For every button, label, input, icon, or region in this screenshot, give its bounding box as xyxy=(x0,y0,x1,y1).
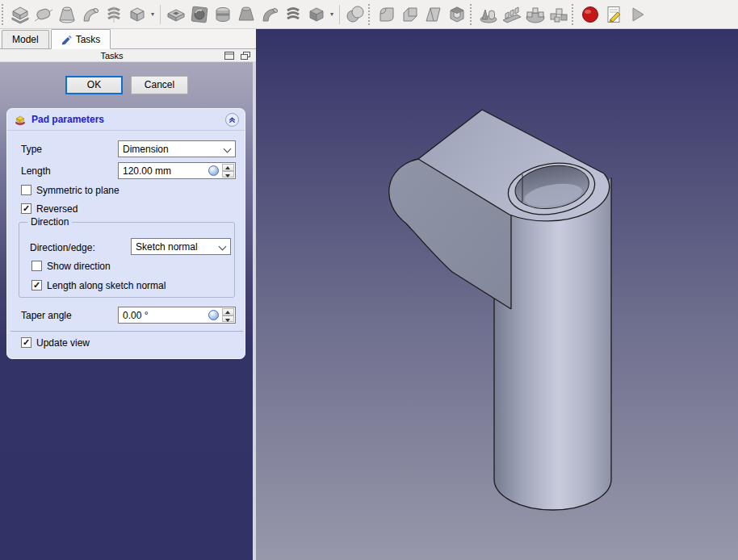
primitive-box-button[interactable] xyxy=(125,2,149,26)
dock-panel-icon[interactable] xyxy=(224,51,235,61)
update-view-checkbox[interactable] xyxy=(21,337,31,348)
spin-up-button[interactable] xyxy=(222,308,234,316)
toolbar-macro xyxy=(570,0,648,28)
pad-button[interactable] xyxy=(8,2,31,26)
additive-helix-button[interactable] xyxy=(102,2,125,26)
symmetric-to-plane-label: Symmetric to plane xyxy=(36,185,120,196)
pad-parameters-header: Pad parameters xyxy=(7,109,245,131)
length-along-sketch-normal-label: Length along sketch normal xyxy=(47,280,166,291)
mirrored-icon xyxy=(478,4,499,25)
float-panel-icon[interactable] xyxy=(240,51,251,61)
type-combobox[interactable]: Dimension xyxy=(118,140,236,157)
spin-down-button[interactable] xyxy=(222,316,234,323)
pocket-button[interactable] xyxy=(164,2,187,26)
toolbar-separator xyxy=(160,5,161,24)
draft-icon xyxy=(423,4,444,25)
pad-icon xyxy=(14,113,27,126)
show-direction-checkbox[interactable] xyxy=(31,261,42,271)
mirrored-button[interactable] xyxy=(476,2,500,26)
length-value: 120.00 mm xyxy=(123,165,171,177)
hole-icon xyxy=(189,4,210,25)
subtractive-pipe-button[interactable] xyxy=(258,2,281,26)
linear-pattern-icon xyxy=(501,4,522,25)
hole-button[interactable] xyxy=(187,2,211,26)
cancel-button[interactable]: Cancel xyxy=(131,76,188,94)
polar-pattern-button[interactable] xyxy=(523,2,547,26)
toolbar-grip[interactable] xyxy=(2,4,6,25)
combo-view-tabs: Model Tasks xyxy=(0,29,256,49)
symmetric-to-plane-checkbox[interactable] xyxy=(21,185,31,195)
macro-play-button[interactable] xyxy=(625,2,648,26)
toolbar-transformation xyxy=(468,0,570,28)
toolbar-grip[interactable] xyxy=(572,4,577,25)
spin-up-button[interactable] xyxy=(222,164,234,171)
spin-down-button[interactable] xyxy=(222,171,234,178)
pocket-icon xyxy=(166,4,187,25)
tab-tasks[interactable]: Tasks xyxy=(51,29,111,49)
ok-button[interactable]: OK xyxy=(65,76,123,94)
direction-groupbox: Direction Direction/edge: Sketch normal … xyxy=(19,222,235,298)
toolbar-grip[interactable] xyxy=(470,4,475,25)
additive-pipe-icon xyxy=(80,4,101,25)
direction-edge-combobox[interactable]: Sketch normal xyxy=(131,238,231,255)
primitive-box-dropdown-arrow[interactable]: ▾ xyxy=(149,2,157,26)
separator-line xyxy=(10,331,243,332)
boolean-icon xyxy=(345,4,366,25)
subtractive-loft-button[interactable] xyxy=(234,2,258,26)
combo-view-panel: Model Tasks Tasks OK Cancel xyxy=(0,29,256,560)
thickness-button[interactable] xyxy=(445,2,468,26)
direction-group-title: Direction xyxy=(27,216,72,228)
chamfer-button[interactable] xyxy=(398,2,421,26)
multitransform-icon xyxy=(548,4,569,25)
expression-editor-icon[interactable] xyxy=(208,310,219,320)
tab-model[interactable]: Model xyxy=(2,30,49,48)
primitive-box-icon xyxy=(127,4,148,25)
chamfer-icon xyxy=(400,4,421,25)
macro-play-icon xyxy=(627,4,648,25)
linear-pattern-button[interactable] xyxy=(500,2,523,26)
length-spinbox[interactable]: 120.00 mm xyxy=(118,162,236,179)
subtractive-helix-icon xyxy=(283,4,304,25)
thickness-icon xyxy=(447,4,468,25)
update-view-label: Update view xyxy=(36,337,90,349)
subtractive-box-dropdown-arrow[interactable]: ▾ xyxy=(328,2,336,26)
direction-edge-label: Direction/edge: xyxy=(30,242,95,253)
freecad-window: ▾ ▾ Model xyxy=(0,0,738,560)
groove-button[interactable] xyxy=(211,2,234,26)
revolution-button[interactable] xyxy=(31,2,55,26)
additive-loft-button[interactable] xyxy=(55,2,78,26)
boolean-button[interactable] xyxy=(343,2,367,26)
macro-record-button[interactable] xyxy=(578,2,602,26)
draft-button[interactable] xyxy=(421,2,445,26)
subtractive-box-button[interactable] xyxy=(304,2,328,26)
additive-pipe-button[interactable] xyxy=(78,2,102,26)
3d-model-pad-cylinder xyxy=(256,29,738,560)
toolbar-part-design-modeling: ▾ ▾ xyxy=(0,0,367,28)
3d-viewport[interactable] xyxy=(256,29,738,560)
tab-tasks-label: Tasks xyxy=(76,34,101,45)
pad-icon xyxy=(10,4,31,25)
fillet-icon xyxy=(376,4,397,25)
collapse-section-button[interactable] xyxy=(225,113,239,127)
length-along-sketch-normal-checkbox[interactable] xyxy=(31,280,42,290)
tasks-panel-title: Tasks xyxy=(0,51,224,61)
toolbar-dress-up xyxy=(367,0,468,28)
taper-angle-spinbox[interactable]: 0.00 ° xyxy=(118,307,236,324)
chevron-down-icon xyxy=(219,243,227,251)
chevron-down-icon xyxy=(224,145,232,153)
reversed-checkbox[interactable] xyxy=(21,203,31,214)
groove-icon xyxy=(212,4,233,25)
tasks-panel-body: OK Cancel Pad parameters xyxy=(0,62,253,560)
additive-helix-icon xyxy=(103,4,124,25)
pad-parameters-box: Pad parameters Type Dimension Length 120… xyxy=(6,108,245,359)
expression-editor-icon[interactable] xyxy=(208,165,219,176)
chevron-up-icon xyxy=(227,115,237,125)
toolbar-grip[interactable] xyxy=(368,4,373,25)
macro-record-icon xyxy=(580,4,601,25)
macro-edit-button[interactable] xyxy=(602,2,625,26)
type-value: Dimension xyxy=(123,144,169,155)
subtractive-helix-button[interactable] xyxy=(281,2,304,26)
fillet-button[interactable] xyxy=(375,2,398,26)
multitransform-button[interactable] xyxy=(547,2,570,26)
macro-edit-icon xyxy=(603,4,624,25)
